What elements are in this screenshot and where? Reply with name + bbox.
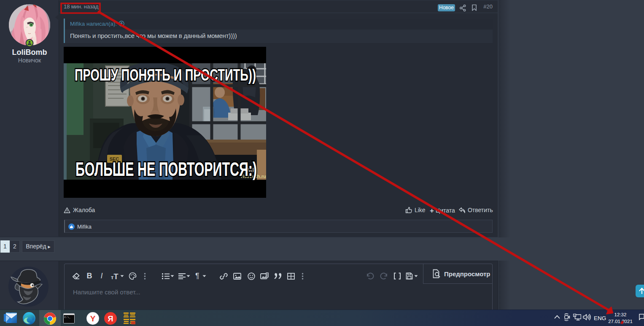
svg-text:Y: Y xyxy=(90,314,96,323)
svg-text:ПРОШУ ПОНЯТЬ И ПРОСТИТЬ)): ПРОШУ ПОНЯТЬ И ПРОСТИТЬ)) xyxy=(75,66,256,84)
svg-text:Я: Я xyxy=(108,315,113,323)
svg-text:C:\_: C:\_ xyxy=(65,316,71,319)
svg-text:БОЛЬШЕ НЕ ПОВТОРИТСЯ:): БОЛЬШЕ НЕ ПОВТОРИТСЯ:) xyxy=(75,158,257,180)
